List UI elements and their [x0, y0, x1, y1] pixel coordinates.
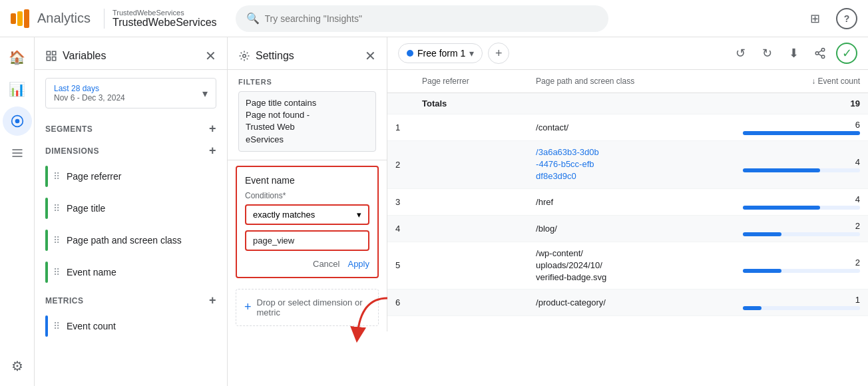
dimension-name: Page path and screen class [67, 235, 182, 246]
conditions-label: Conditions* [245, 191, 369, 200]
free-form-tab[interactable]: Free form 1 ▾ [398, 43, 483, 63]
condition-value: exactly matches [253, 210, 315, 220]
tab-label: Free form 1 [417, 48, 465, 59]
segments-section: SEGMENTS + [35, 116, 227, 138]
svg-point-8 [821, 49, 825, 52]
settings-close[interactable]: ✕ [365, 48, 376, 64]
search-bar[interactable]: 🔍 [236, 5, 608, 32]
totals-num [387, 93, 414, 114]
dimension-page-path[interactable]: ⠿ Page path and screen class [35, 224, 227, 256]
row-col2: /blog/ [528, 215, 735, 242]
data-table: Page referrer Page path and screen class… [387, 70, 868, 316]
metric-name: Event count [67, 321, 116, 331]
apply-button[interactable]: Apply [347, 259, 369, 269]
dimension-event-name[interactable]: ⠿ Event name [35, 256, 227, 288]
settings-label: Settings [256, 50, 294, 62]
drop-area-label: Drop or select dimension or metric [257, 297, 370, 317]
row-num: 6 [387, 290, 414, 316]
date-range-arrow: ▾ [202, 87, 208, 100]
variables-close[interactable]: ✕ [205, 48, 216, 64]
svg-rect-5 [53, 57, 56, 61]
svg-rect-4 [47, 57, 50, 61]
drop-area[interactable]: + Drop or select dimension or metric [236, 289, 379, 326]
dropdown-arrow-icon: ▾ [357, 210, 361, 220]
table-header-row: Page referrer Page path and screen class… [387, 70, 868, 93]
settings-wrapper: Settings ✕ FILTERS Page title containsPa… [228, 37, 387, 386]
save-button[interactable]: ✓ [836, 43, 857, 64]
settings-title: Settings [238, 50, 365, 62]
drag-icon: ⠿ [53, 171, 60, 182]
row-col2: /product-category/ [528, 290, 735, 316]
nav-settings[interactable]: ⚙ [3, 351, 32, 381]
grid-icon[interactable]: ⊞ [804, 8, 825, 29]
col-page-path-header[interactable]: Page path and screen class [528, 70, 735, 93]
green-bar [45, 198, 48, 219]
logo-bar-yellow [17, 11, 23, 26]
svg-rect-3 [53, 51, 56, 55]
variables-label: Variables [63, 50, 107, 62]
col-event-count-header[interactable]: ↓ Event count [735, 70, 868, 93]
row-col1 [414, 141, 528, 189]
nav-home[interactable]: 🏠 [3, 43, 32, 72]
dimension-page-title[interactable]: ⠿ Page title [35, 192, 227, 224]
green-bar [45, 262, 48, 283]
svg-rect-2 [47, 51, 50, 55]
dimensions-label: DIMENSIONS [45, 146, 99, 156]
condition-value-input[interactable] [245, 230, 369, 251]
add-metric-btn[interactable]: + [209, 293, 216, 307]
condition-dropdown[interactable]: exactly matches ▾ [245, 204, 369, 225]
totals-row: Totals 19 [387, 93, 868, 114]
metric-event-count[interactable]: ⠿ Event count [35, 310, 227, 342]
nav-advertising[interactable] [3, 138, 32, 168]
drag-icon: ⠿ [53, 321, 60, 331]
date-range-selector[interactable]: Last 28 days Nov 6 - Dec 3, 2024 ▾ [45, 78, 216, 108]
row-col2: /href [528, 188, 735, 215]
topbar-right: ⊞ ? [804, 8, 857, 29]
settings-panel: Settings ✕ FILTERS Page title containsPa… [228, 37, 387, 331]
tab-dropdown-arrow: ▾ [469, 48, 474, 59]
row-count: 2 [735, 215, 868, 242]
cancel-button[interactable]: Cancel [313, 259, 339, 269]
variables-title: Variables [45, 50, 205, 62]
nav-reports[interactable]: 📊 [3, 75, 32, 104]
dimension-name: Page referrer [67, 171, 121, 182]
col-num-header [387, 70, 414, 93]
add-tab-button[interactable]: + [488, 43, 509, 64]
row-col2: /wp-content/uploads/2024/10/verified-bad… [528, 242, 735, 290]
totals-count: 19 [735, 93, 868, 114]
row-col1 [414, 215, 528, 242]
date-range-sub: Nov 6 - Dec 3, 2024 [54, 93, 125, 102]
filter-chip[interactable]: Page title containsPage not found -Trust… [238, 91, 376, 152]
row-col1 [414, 188, 528, 215]
app-name: Analytics [37, 11, 91, 26]
green-bar [45, 315, 48, 337]
share-button[interactable] [809, 43, 831, 64]
undo-button[interactable]: ↺ [730, 43, 751, 64]
settings-header: Settings ✕ [228, 37, 387, 70]
redo-button[interactable]: ↻ [756, 43, 777, 64]
row-count: 6 [735, 114, 868, 141]
filter-text: Page title containsPage not found -Trust… [246, 98, 316, 144]
add-dimension-btn[interactable]: + [209, 144, 216, 158]
green-bar [45, 230, 48, 251]
dimensions-section: DIMENSIONS + [35, 138, 227, 160]
dimension-name: Page title [67, 203, 105, 214]
row-count: 1 [735, 290, 868, 316]
nav-explore[interactable] [3, 106, 32, 136]
table-row: 6 /product-category/ 1 [387, 290, 868, 316]
table-row: 4 /blog/ 2 [387, 215, 868, 242]
drag-icon: ⠿ [53, 235, 60, 246]
col-page-referrer-header[interactable]: Page referrer [414, 70, 528, 93]
totals-label: Totals [414, 93, 735, 114]
search-input[interactable] [265, 13, 598, 24]
dimension-page-referrer[interactable]: ⠿ Page referrer [35, 160, 227, 192]
filters-section: FILTERS Page title containsPage not foun… [228, 70, 387, 160]
segments-label: SEGMENTS [45, 124, 93, 134]
download-button[interactable]: ⬇ [783, 43, 804, 64]
row-count: 2 [735, 242, 868, 290]
add-segment-btn[interactable]: + [209, 122, 216, 136]
row-num: 2 [387, 141, 414, 189]
svg-point-1 [15, 119, 19, 124]
variables-icon [45, 50, 57, 62]
help-icon[interactable]: ? [836, 8, 857, 29]
